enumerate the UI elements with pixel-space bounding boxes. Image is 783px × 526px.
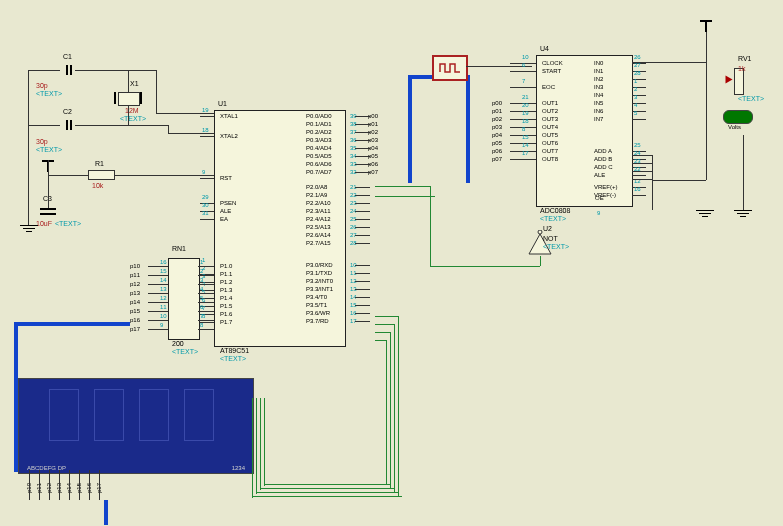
wire	[256, 492, 398, 493]
pin-wire	[355, 116, 370, 117]
wire	[48, 175, 88, 176]
pin-name: P1.5	[220, 303, 232, 309]
pin-wire	[355, 313, 370, 314]
wire	[632, 155, 652, 156]
pin-number: 28	[634, 70, 641, 76]
pin-wire	[198, 275, 214, 276]
pin-wire	[355, 195, 370, 196]
pin-wire	[355, 156, 370, 157]
x1-plate-l	[114, 92, 116, 104]
wire	[128, 70, 129, 92]
pin-wire	[198, 266, 214, 267]
pin-number: 14	[160, 277, 167, 283]
bus-p0-v	[408, 75, 412, 183]
wire	[375, 186, 430, 187]
bus-left-top	[14, 322, 130, 326]
meter-label: Volts	[728, 124, 741, 130]
voltmeter[interactable]	[723, 110, 753, 124]
pin-number: 15	[522, 134, 529, 140]
wire	[540, 256, 541, 266]
u4-part: ADC0808	[540, 207, 570, 214]
pin-wire	[355, 265, 370, 266]
net-label: p11	[130, 272, 140, 278]
pin-name: XTAL2	[220, 133, 238, 139]
pin-name: P1.3	[220, 287, 232, 293]
pin-wire	[79, 470, 80, 500]
wire	[430, 186, 431, 266]
pin-wire	[355, 321, 370, 322]
net-label: p10	[130, 263, 140, 269]
pin-name: EA	[220, 216, 228, 222]
u4-text: <TEXT>	[540, 215, 566, 222]
wire	[375, 324, 394, 325]
wire	[390, 332, 391, 488]
pin-name: P1.0	[220, 263, 232, 269]
pin-wire	[355, 211, 370, 212]
pin-name: P0.7/AD7	[306, 169, 332, 175]
pin-number: 7	[522, 78, 525, 84]
pin-name: PSEN	[220, 200, 236, 206]
pin-name: EOC	[542, 84, 555, 90]
pin-number: 11	[160, 304, 167, 310]
wire	[28, 70, 29, 225]
wire	[375, 196, 435, 197]
pin-number: 5	[200, 295, 203, 301]
u4-body[interactable]	[536, 55, 633, 207]
pin-wire	[355, 203, 370, 204]
rv1-val: 1k	[738, 65, 745, 72]
vcc-symbol-2	[700, 20, 712, 32]
x1-plate-r	[140, 92, 142, 104]
pin-name: P0.3/AD3	[306, 137, 332, 143]
u1-part: AT89C51	[220, 347, 249, 354]
clock-generator[interactable]	[432, 55, 468, 81]
pin-number: 16	[634, 186, 641, 192]
pin-name: OUT5	[542, 132, 558, 138]
net-label: p17	[130, 326, 140, 332]
pin-wire	[510, 159, 536, 160]
bus-node	[104, 500, 108, 504]
pin-wire	[355, 289, 370, 290]
wire	[394, 324, 395, 492]
u4-oe-num: 9	[597, 210, 600, 216]
pin-name: P3.4/T0	[306, 294, 327, 300]
net-label: p04	[492, 132, 502, 138]
pin-wire	[200, 219, 214, 220]
rv1-symbol[interactable]	[734, 68, 744, 95]
pin-number: 14	[522, 142, 529, 148]
pin-number: 18	[202, 127, 209, 133]
pin-wire	[99, 470, 100, 500]
pin-number: 30	[202, 202, 209, 208]
pin-name: P1.1	[220, 271, 232, 277]
pin-wire	[355, 281, 370, 282]
c2-symbol[interactable]	[60, 120, 74, 130]
pin-name: P0.4/AD4	[306, 145, 332, 151]
pin-wire	[39, 470, 40, 500]
pin-name: P2.1/A9	[306, 192, 327, 198]
net-label: p06	[492, 148, 502, 154]
pin-number: 6	[200, 304, 203, 310]
pin-number: 19	[202, 107, 209, 113]
rv1-ref: RV1	[738, 55, 752, 62]
rn1-body[interactable]	[168, 258, 200, 340]
x1-text: <TEXT>	[120, 115, 146, 122]
net-label: p07	[492, 156, 502, 162]
pin-number: 10	[522, 54, 529, 60]
pin-name: P0.0/AD0	[306, 113, 332, 119]
wire	[28, 125, 60, 126]
c1-symbol[interactable]	[60, 65, 74, 75]
pin-name: IN7	[594, 116, 603, 122]
pin-number: 17	[522, 150, 529, 156]
wire	[375, 316, 398, 317]
net-label: p13	[130, 290, 140, 296]
c2-ref: C2	[63, 108, 72, 115]
display-footer-right: 1234	[232, 465, 245, 471]
wire	[632, 163, 652, 164]
wire	[128, 70, 156, 71]
rn1-text: <TEXT>	[172, 348, 198, 355]
wire	[743, 135, 744, 210]
pin-wire	[510, 71, 536, 72]
pin-name: OUT7	[542, 148, 558, 154]
seven-seg-display[interactable]: ABCDEFG DP 1234	[18, 378, 254, 474]
x1-symbol[interactable]	[118, 92, 140, 106]
r1-symbol[interactable]	[88, 170, 115, 180]
